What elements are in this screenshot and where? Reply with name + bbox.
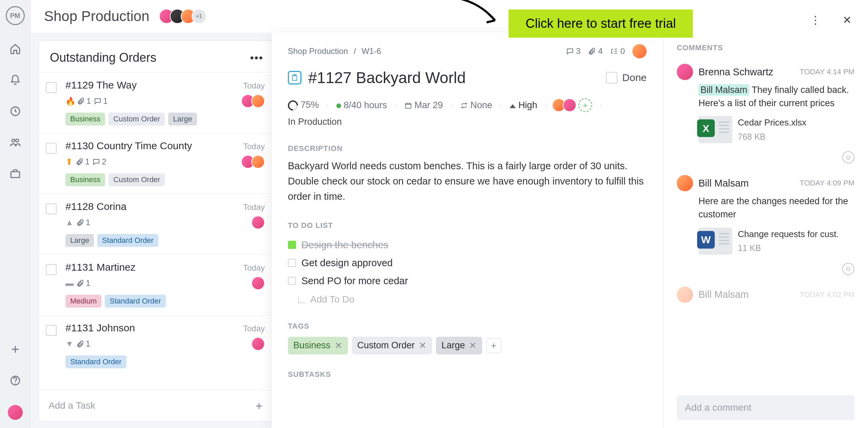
avatar[interactable] bbox=[251, 276, 265, 290]
close-icon[interactable]: ✕ bbox=[843, 14, 852, 26]
svg-rect-8 bbox=[405, 103, 411, 109]
todo-checkbox[interactable] bbox=[288, 259, 296, 267]
status-label[interactable]: In Production bbox=[288, 117, 647, 127]
tag[interactable]: Standard Order bbox=[65, 355, 126, 368]
avatar[interactable] bbox=[251, 155, 265, 169]
avatar[interactable] bbox=[677, 64, 693, 80]
progress[interactable]: 75% bbox=[288, 100, 319, 111]
attachment-icon: 1 bbox=[76, 157, 90, 167]
description-text[interactable]: Backyard World needs custom benches. Thi… bbox=[288, 158, 647, 204]
todo-checkbox[interactable] bbox=[288, 241, 296, 249]
card-title: #1129 The Way bbox=[65, 79, 137, 91]
more-icon[interactable]: ⋮ bbox=[810, 14, 821, 26]
file-size: 11 KB bbox=[738, 242, 839, 254]
tag[interactable]: Custom Order bbox=[108, 113, 165, 125]
add-todo[interactable]: Add To Do bbox=[298, 294, 647, 305]
attachment[interactable]: W Change requests for cust.11 KB bbox=[698, 228, 854, 255]
add-assignee-icon[interactable]: ＋ bbox=[578, 98, 592, 112]
comment-input[interactable]: Add a comment bbox=[677, 395, 854, 420]
comments-icon: 1 bbox=[94, 96, 107, 106]
briefcase-icon[interactable] bbox=[8, 167, 22, 180]
logo[interactable]: PM bbox=[6, 6, 25, 25]
due-date[interactable]: Mar 29 bbox=[405, 100, 443, 111]
cta-banner[interactable]: Click here to start free trial bbox=[509, 9, 693, 38]
file-icon: X bbox=[698, 116, 732, 143]
home-icon[interactable] bbox=[8, 42, 22, 56]
svg-point-2 bbox=[16, 139, 19, 142]
file-icon: W bbox=[698, 228, 732, 255]
task-title[interactable]: #1127 Backyard World bbox=[308, 69, 599, 87]
task-card[interactable]: #1131 JohnsonToday ▼ 1 Standard Order bbox=[39, 315, 274, 376]
comments-count[interactable]: 3 bbox=[566, 46, 580, 56]
comment: Brenna Schwartz TODAY 4:14 PM Bill Malsa… bbox=[677, 64, 854, 163]
column-menu-icon[interactable]: ••• bbox=[250, 52, 263, 64]
remove-tag-icon[interactable]: ✕ bbox=[335, 340, 342, 351]
done-checkbox[interactable] bbox=[606, 72, 617, 83]
add-task-icon[interactable]: ＋ bbox=[253, 398, 265, 413]
task-checkbox[interactable] bbox=[46, 264, 57, 275]
avatar[interactable] bbox=[677, 175, 693, 191]
tag[interactable]: Large ✕ bbox=[436, 337, 482, 354]
todo-checkbox[interactable] bbox=[288, 277, 296, 285]
recurrence[interactable]: None bbox=[460, 100, 492, 111]
react-icon[interactable]: ☺ bbox=[842, 151, 854, 163]
tag[interactable]: Business bbox=[65, 173, 105, 186]
breadcrumb-item[interactable]: Shop Production bbox=[288, 46, 348, 56]
add-icon[interactable] bbox=[8, 343, 22, 356]
avatar[interactable] bbox=[251, 94, 265, 108]
priority[interactable]: High bbox=[510, 100, 537, 111]
tag[interactable]: Business ✕ bbox=[288, 337, 348, 354]
task-checkbox[interactable] bbox=[46, 325, 57, 336]
breadcrumb-item[interactable]: W1-6 bbox=[361, 46, 381, 56]
svg-rect-3 bbox=[11, 172, 20, 177]
tag[interactable]: Custom Order bbox=[108, 173, 165, 186]
task-checkbox[interactable] bbox=[46, 143, 57, 154]
task-icon bbox=[288, 71, 301, 84]
comment-body: Here are the changes needed for the cust… bbox=[698, 195, 854, 221]
attachment[interactable]: X Cedar Prices.xlsx768 KB bbox=[698, 116, 854, 143]
task-card[interactable]: #1128 CorinaToday ▲ 1 LargeStandard Orde… bbox=[39, 194, 274, 254]
tag[interactable]: Standard Order bbox=[105, 295, 166, 308]
user-avatar[interactable] bbox=[8, 405, 23, 420]
avatar[interactable] bbox=[251, 337, 265, 351]
tag[interactable]: Large bbox=[65, 234, 94, 247]
done-label: Done bbox=[622, 72, 647, 83]
todo-item[interactable]: Design the benches bbox=[288, 236, 647, 254]
tag[interactable]: Custom Order ✕ bbox=[352, 337, 432, 354]
task-card[interactable]: #1131 MartinezToday ▬ 1 MediumStandard O… bbox=[39, 254, 274, 315]
task-checkbox[interactable] bbox=[46, 203, 57, 214]
priority-icon: ▲ bbox=[65, 218, 74, 227]
hours[interactable]: 8/40 hours bbox=[336, 100, 387, 111]
add-tag-button[interactable]: ＋ bbox=[486, 338, 501, 353]
owner-avatar[interactable] bbox=[632, 44, 647, 58]
tag[interactable]: Business bbox=[65, 113, 105, 125]
bell-icon[interactable] bbox=[8, 73, 22, 87]
help-icon[interactable] bbox=[8, 374, 22, 387]
assignees[interactable]: ＋ bbox=[555, 98, 592, 112]
todo-item[interactable]: Send PO for more cedar bbox=[288, 272, 647, 290]
todo-list: Design the benchesGet design approvedSen… bbox=[288, 236, 647, 290]
avatar bbox=[677, 287, 693, 303]
react-icon[interactable]: ☺ bbox=[842, 263, 854, 275]
task-detail-panel: Shop Production / W1-6 3 4 0 #1127 Backy… bbox=[271, 33, 663, 428]
remove-tag-icon[interactable]: ✕ bbox=[469, 340, 477, 351]
mention[interactable]: Bill Malsam bbox=[698, 84, 749, 96]
attachments-count[interactable]: 4 bbox=[588, 46, 603, 56]
avatar[interactable] bbox=[251, 216, 265, 229]
todo-item[interactable]: Get design approved bbox=[288, 254, 647, 272]
task-card[interactable]: #1130 Country Time CountyToday ⬆ 1 2 Bus… bbox=[39, 133, 274, 194]
clock-icon[interactable] bbox=[8, 104, 22, 118]
subtasks-count[interactable]: 0 bbox=[610, 46, 625, 56]
breadcrumb[interactable]: Shop Production / W1-6 bbox=[288, 46, 381, 56]
remove-tag-icon[interactable]: ✕ bbox=[419, 340, 427, 351]
task-card[interactable]: #1129 The WayToday 🔥 1 1 BusinessCustom … bbox=[39, 72, 274, 133]
project-members[interactable]: +1 bbox=[163, 9, 206, 24]
tag[interactable]: Standard Order bbox=[97, 234, 158, 247]
card-title: #1130 Country Time County bbox=[65, 140, 192, 152]
users-icon[interactable] bbox=[8, 136, 22, 149]
add-task-label[interactable]: Add a Task bbox=[48, 400, 95, 411]
avatar-more[interactable]: +1 bbox=[192, 9, 206, 24]
tag[interactable]: Large bbox=[168, 113, 197, 125]
task-checkbox[interactable] bbox=[46, 82, 57, 93]
tag[interactable]: Medium bbox=[65, 295, 101, 308]
